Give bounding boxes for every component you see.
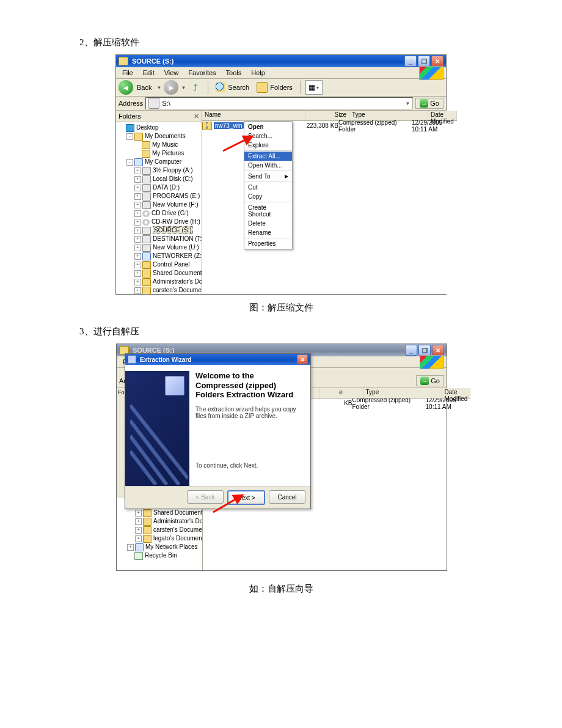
close-button[interactable]: ✕ — [432, 345, 444, 356]
dropdown-icon[interactable]: ▼ — [405, 101, 410, 106]
menubar: File Edit View Favorites Tools Help — [116, 67, 446, 79]
doc-step2: 2、解压缩软件 — [79, 37, 525, 48]
caption-1: 图：解压缩文件 — [37, 302, 525, 314]
minimize-button[interactable]: _ — [405, 345, 417, 356]
svg-line-1 — [130, 405, 188, 479]
col-name: Name — [202, 111, 305, 120]
titlebar[interactable]: SOURCE (S:) _ ❐ ✕ — [116, 55, 446, 67]
extraction-wizard-dialog: Extraction Wizard ✕ Welcome to the Compr… — [125, 353, 311, 509]
folder-icon — [119, 57, 128, 65]
toolbar: ◄ Back ▼ ► ▼ ⤴ Search Folders ▦▾ — [116, 79, 446, 97]
file-type: Compressed (zipped) Folder — [338, 119, 412, 133]
views-button[interactable]: ▦▾ — [305, 80, 323, 95]
drive-icon — [148, 98, 159, 109]
ctx-properties[interactable]: Properties — [244, 239, 292, 248]
wizard-text-1: The extraction wizard helps you copy fil… — [195, 406, 301, 419]
ctx-copy[interactable]: Copy — [244, 192, 292, 201]
close-folders-icon[interactable]: ✕ — [194, 112, 199, 120]
ctx-cut[interactable]: Cut — [244, 183, 292, 192]
file-row[interactable]: nw73_win_x86 223,308 KB Compressed (zipp… — [202, 121, 457, 130]
wizard-cancel-button[interactable]: Cancel — [269, 490, 305, 504]
ctx-shortcut[interactable]: Create Shortcut — [244, 203, 292, 219]
back-dropdown-icon[interactable]: ▼ — [156, 85, 161, 90]
maximize-button[interactable]: ❐ — [418, 345, 431, 356]
wizard-close-button[interactable]: ✕ — [297, 355, 308, 364]
go-arrow-icon: → — [420, 377, 429, 385]
caption-2: 如：自解压向导 — [37, 583, 525, 595]
search-button[interactable]: Search — [213, 81, 252, 94]
maximize-button[interactable]: ❐ — [418, 56, 430, 67]
forward-dropdown-icon[interactable]: ▼ — [181, 85, 186, 90]
wizard-back-button: < Back — [187, 490, 224, 504]
wizard-side-banner — [125, 371, 189, 486]
address-value: S:\ — [162, 100, 170, 107]
addressbar: Address S:\ ▼ → Go — [116, 97, 446, 111]
back-button[interactable]: ◄ — [119, 80, 133, 95]
menu-favorites[interactable]: Favorites — [184, 68, 219, 78]
folder-tree[interactable]: Desktop -My Documents My Music My Pictur… — [116, 122, 202, 294]
file-list-pane: Name Size Type Date Modified nw73_win_x8… — [202, 111, 457, 294]
file-size: 223,308 KB — [300, 122, 338, 129]
menu-view[interactable]: View — [161, 68, 183, 78]
wizard-buttons: < Back Next > Cancel — [125, 486, 310, 509]
toolbar-divider — [300, 81, 301, 94]
windows-flag-icon — [419, 66, 443, 80]
ctx-open[interactable]: Open — [244, 122, 292, 131]
search-icon — [216, 83, 225, 92]
windows-flag-icon — [420, 355, 444, 369]
folders-button[interactable]: Folders — [254, 81, 295, 94]
address-field[interactable]: S:\ ▼ — [145, 97, 413, 109]
close-button[interactable]: ✕ — [431, 56, 443, 67]
svg-line-2 — [130, 421, 179, 485]
wizard-text-2: To continue, click Next. — [195, 462, 301, 469]
wizard-titlebar[interactable]: Extraction Wizard ✕ — [125, 354, 310, 365]
minimize-button[interactable]: _ — [404, 56, 417, 67]
menu-tools[interactable]: Tools — [222, 68, 246, 78]
context-menu: Open Search... Explore Extract All... Op… — [244, 121, 293, 249]
wizard-banner-lines-icon — [130, 393, 188, 485]
window-title: SOURCE (S:) — [132, 57, 173, 65]
wizard-icon — [128, 355, 136, 364]
folders-pane: Folders ✕ Desktop -My Documents My Music… — [116, 111, 202, 294]
wizard-title: Extraction Wizard — [140, 356, 191, 363]
doc-step3: 3、进行自解压 — [79, 326, 525, 337]
address-label: Address — [119, 100, 143, 107]
menu-help[interactable]: Help — [247, 68, 269, 78]
ctx-delete[interactable]: Delete — [244, 219, 292, 228]
go-button[interactable]: → Go — [416, 375, 444, 386]
back-label[interactable]: Back — [137, 84, 151, 91]
folders-header: Folders — [119, 112, 141, 120]
zip-icon — [202, 122, 212, 130]
go-arrow-icon: → — [420, 99, 428, 108]
up-folder-button[interactable]: ⤴ — [188, 81, 203, 94]
menu-file[interactable]: File — [119, 68, 137, 78]
ctx-extract-all[interactable]: Extract All... — [244, 152, 292, 161]
submenu-arrow-icon: ▶ — [285, 174, 288, 179]
go-button[interactable]: → Go — [415, 98, 443, 109]
forward-button[interactable]: ► — [164, 80, 178, 95]
toolbar-divider — [208, 81, 208, 94]
explorer-window-1: SOURCE (S:) _ ❐ ✕ File Edit View Favorit… — [115, 54, 447, 295]
folders-icon — [257, 82, 268, 93]
ctx-open-with[interactable]: Open With... — [244, 161, 292, 170]
file-date: 12/29/2005 10:11 AM — [412, 119, 457, 133]
menu-edit[interactable]: Edit — [139, 68, 158, 78]
ctx-search[interactable]: Search... — [244, 131, 292, 141]
ctx-send-to[interactable]: Send To▶ — [244, 172, 292, 181]
ctx-rename[interactable]: Rename — [244, 228, 292, 237]
wizard-heading: Welcome to the Compressed (zipped) Folde… — [195, 371, 301, 400]
ctx-explore[interactable]: Explore — [244, 141, 292, 150]
wizard-next-button[interactable]: Next > — [227, 490, 265, 505]
